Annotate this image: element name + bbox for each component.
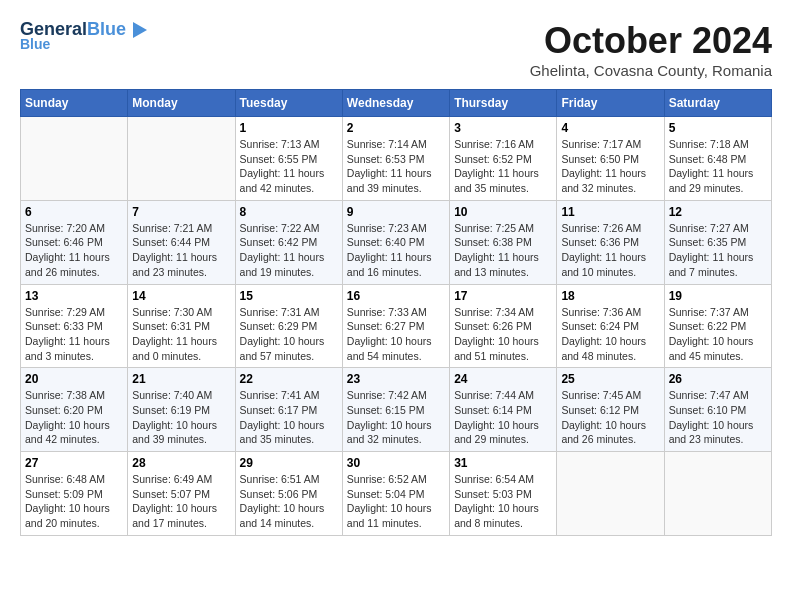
- day-number: 3: [454, 121, 552, 135]
- logo-blue: Blue: [87, 19, 126, 39]
- day-info: Sunrise: 7:33 AMSunset: 6:27 PMDaylight:…: [347, 305, 445, 364]
- day-info: Sunrise: 7:18 AMSunset: 6:48 PMDaylight:…: [669, 137, 767, 196]
- day-info: Sunrise: 7:26 AMSunset: 6:36 PMDaylight:…: [561, 221, 659, 280]
- day-number: 7: [132, 205, 230, 219]
- day-info: Sunrise: 7:29 AMSunset: 6:33 PMDaylight:…: [25, 305, 123, 364]
- day-info: Sunrise: 7:25 AMSunset: 6:38 PMDaylight:…: [454, 221, 552, 280]
- calendar-week-3: 13Sunrise: 7:29 AMSunset: 6:33 PMDayligh…: [21, 284, 772, 368]
- day-info: Sunrise: 7:16 AMSunset: 6:52 PMDaylight:…: [454, 137, 552, 196]
- day-number: 9: [347, 205, 445, 219]
- day-info: Sunrise: 7:20 AMSunset: 6:46 PMDaylight:…: [25, 221, 123, 280]
- day-number: 27: [25, 456, 123, 470]
- calendar-cell: 21Sunrise: 7:40 AMSunset: 6:19 PMDayligh…: [128, 368, 235, 452]
- day-number: 21: [132, 372, 230, 386]
- day-number: 12: [669, 205, 767, 219]
- day-number: 5: [669, 121, 767, 135]
- day-info: Sunrise: 7:14 AMSunset: 6:53 PMDaylight:…: [347, 137, 445, 196]
- day-number: 1: [240, 121, 338, 135]
- calendar-body: 1Sunrise: 7:13 AMSunset: 6:55 PMDaylight…: [21, 117, 772, 536]
- weekday-header-monday: Monday: [128, 90, 235, 117]
- day-number: 19: [669, 289, 767, 303]
- day-info: Sunrise: 7:36 AMSunset: 6:24 PMDaylight:…: [561, 305, 659, 364]
- day-number: 13: [25, 289, 123, 303]
- day-number: 28: [132, 456, 230, 470]
- day-number: 30: [347, 456, 445, 470]
- day-info: Sunrise: 7:17 AMSunset: 6:50 PMDaylight:…: [561, 137, 659, 196]
- day-number: 24: [454, 372, 552, 386]
- calendar-cell: 5Sunrise: 7:18 AMSunset: 6:48 PMDaylight…: [664, 117, 771, 201]
- calendar-week-2: 6Sunrise: 7:20 AMSunset: 6:46 PMDaylight…: [21, 200, 772, 284]
- month-title: October 2024: [530, 20, 772, 62]
- weekday-header-friday: Friday: [557, 90, 664, 117]
- day-info: Sunrise: 7:34 AMSunset: 6:26 PMDaylight:…: [454, 305, 552, 364]
- day-number: 16: [347, 289, 445, 303]
- day-number: 6: [25, 205, 123, 219]
- day-number: 17: [454, 289, 552, 303]
- day-info: Sunrise: 7:40 AMSunset: 6:19 PMDaylight:…: [132, 388, 230, 447]
- calendar-cell: 1Sunrise: 7:13 AMSunset: 6:55 PMDaylight…: [235, 117, 342, 201]
- calendar-cell: 25Sunrise: 7:45 AMSunset: 6:12 PMDayligh…: [557, 368, 664, 452]
- calendar-cell: 16Sunrise: 7:33 AMSunset: 6:27 PMDayligh…: [342, 284, 449, 368]
- calendar-week-5: 27Sunrise: 6:48 AMSunset: 5:09 PMDayligh…: [21, 452, 772, 536]
- day-number: 8: [240, 205, 338, 219]
- location-subtitle: Ghelinta, Covasna County, Romania: [530, 62, 772, 79]
- calendar-cell: 28Sunrise: 6:49 AMSunset: 5:07 PMDayligh…: [128, 452, 235, 536]
- weekday-header-thursday: Thursday: [450, 90, 557, 117]
- calendar-cell: 22Sunrise: 7:41 AMSunset: 6:17 PMDayligh…: [235, 368, 342, 452]
- logo: GeneralBlue Blue: [20, 20, 147, 52]
- calendar-cell: [664, 452, 771, 536]
- calendar-cell: 14Sunrise: 7:30 AMSunset: 6:31 PMDayligh…: [128, 284, 235, 368]
- calendar-cell: 27Sunrise: 6:48 AMSunset: 5:09 PMDayligh…: [21, 452, 128, 536]
- calendar-cell: 31Sunrise: 6:54 AMSunset: 5:03 PMDayligh…: [450, 452, 557, 536]
- day-number: 20: [25, 372, 123, 386]
- calendar-cell: 13Sunrise: 7:29 AMSunset: 6:33 PMDayligh…: [21, 284, 128, 368]
- day-info: Sunrise: 7:41 AMSunset: 6:17 PMDaylight:…: [240, 388, 338, 447]
- day-info: Sunrise: 6:48 AMSunset: 5:09 PMDaylight:…: [25, 472, 123, 531]
- day-number: 29: [240, 456, 338, 470]
- day-info: Sunrise: 7:45 AMSunset: 6:12 PMDaylight:…: [561, 388, 659, 447]
- calendar-header: SundayMondayTuesdayWednesdayThursdayFrid…: [21, 90, 772, 117]
- calendar-cell: 18Sunrise: 7:36 AMSunset: 6:24 PMDayligh…: [557, 284, 664, 368]
- day-info: Sunrise: 7:47 AMSunset: 6:10 PMDaylight:…: [669, 388, 767, 447]
- day-number: 4: [561, 121, 659, 135]
- calendar-cell: 26Sunrise: 7:47 AMSunset: 6:10 PMDayligh…: [664, 368, 771, 452]
- calendar-cell: 2Sunrise: 7:14 AMSunset: 6:53 PMDaylight…: [342, 117, 449, 201]
- calendar-cell: 17Sunrise: 7:34 AMSunset: 6:26 PMDayligh…: [450, 284, 557, 368]
- day-number: 26: [669, 372, 767, 386]
- calendar-week-1: 1Sunrise: 7:13 AMSunset: 6:55 PMDaylight…: [21, 117, 772, 201]
- calendar-cell: 23Sunrise: 7:42 AMSunset: 6:15 PMDayligh…: [342, 368, 449, 452]
- calendar-cell: 19Sunrise: 7:37 AMSunset: 6:22 PMDayligh…: [664, 284, 771, 368]
- day-info: Sunrise: 6:54 AMSunset: 5:03 PMDaylight:…: [454, 472, 552, 531]
- calendar-cell: 24Sunrise: 7:44 AMSunset: 6:14 PMDayligh…: [450, 368, 557, 452]
- calendar-cell: 9Sunrise: 7:23 AMSunset: 6:40 PMDaylight…: [342, 200, 449, 284]
- day-info: Sunrise: 7:27 AMSunset: 6:35 PMDaylight:…: [669, 221, 767, 280]
- day-info: Sunrise: 7:13 AMSunset: 6:55 PMDaylight:…: [240, 137, 338, 196]
- day-number: 2: [347, 121, 445, 135]
- day-number: 18: [561, 289, 659, 303]
- calendar-cell: 8Sunrise: 7:22 AMSunset: 6:42 PMDaylight…: [235, 200, 342, 284]
- page-header: GeneralBlue Blue October 2024 Ghelinta, …: [20, 20, 772, 79]
- calendar-cell: 6Sunrise: 7:20 AMSunset: 6:46 PMDaylight…: [21, 200, 128, 284]
- day-info: Sunrise: 7:22 AMSunset: 6:42 PMDaylight:…: [240, 221, 338, 280]
- day-number: 14: [132, 289, 230, 303]
- day-info: Sunrise: 7:38 AMSunset: 6:20 PMDaylight:…: [25, 388, 123, 447]
- day-number: 31: [454, 456, 552, 470]
- day-number: 25: [561, 372, 659, 386]
- day-info: Sunrise: 7:30 AMSunset: 6:31 PMDaylight:…: [132, 305, 230, 364]
- day-number: 11: [561, 205, 659, 219]
- title-block: October 2024 Ghelinta, Covasna County, R…: [530, 20, 772, 79]
- weekday-header-row: SundayMondayTuesdayWednesdayThursdayFrid…: [21, 90, 772, 117]
- calendar-cell: 15Sunrise: 7:31 AMSunset: 6:29 PMDayligh…: [235, 284, 342, 368]
- day-info: Sunrise: 7:23 AMSunset: 6:40 PMDaylight:…: [347, 221, 445, 280]
- calendar-cell: 3Sunrise: 7:16 AMSunset: 6:52 PMDaylight…: [450, 117, 557, 201]
- calendar-cell: [128, 117, 235, 201]
- day-number: 10: [454, 205, 552, 219]
- weekday-header-saturday: Saturday: [664, 90, 771, 117]
- logo-arrow-icon: [133, 22, 147, 38]
- day-number: 15: [240, 289, 338, 303]
- calendar-cell: 7Sunrise: 7:21 AMSunset: 6:44 PMDaylight…: [128, 200, 235, 284]
- calendar-cell: 10Sunrise: 7:25 AMSunset: 6:38 PMDayligh…: [450, 200, 557, 284]
- logo-blue-line: Blue: [20, 36, 50, 52]
- calendar-cell: [21, 117, 128, 201]
- calendar-cell: 12Sunrise: 7:27 AMSunset: 6:35 PMDayligh…: [664, 200, 771, 284]
